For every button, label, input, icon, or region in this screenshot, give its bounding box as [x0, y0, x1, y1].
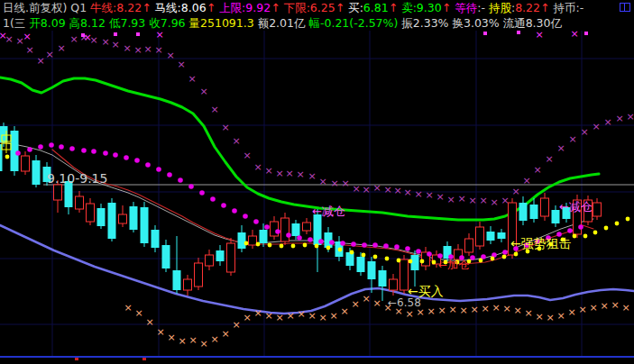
candle-up[interactable]: [227, 243, 235, 272]
info-segment: 量251091.3: [189, 16, 258, 30]
yellow-dot: [326, 246, 331, 250]
orange-x-mark: ×: [232, 319, 240, 331]
magenta-x-mark: ×: [210, 104, 218, 115]
candle-down[interactable]: [368, 261, 376, 279]
info-segment: ↑: [335, 1, 345, 14]
magenta-dot: [470, 255, 475, 260]
candle-up[interactable]: [593, 203, 602, 216]
candle-down[interactable]: [173, 270, 181, 290]
candle-up[interactable]: [184, 279, 192, 290]
orange-x-mark: ×: [199, 338, 207, 350]
info-segment: 持股: [485, 1, 511, 14]
magenta-dot: [69, 146, 75, 151]
candle-down[interactable]: [97, 208, 106, 226]
orange-x-mark: ×: [264, 310, 272, 322]
info-segment: 开8.09 高8.12 低7.93 收7.96: [29, 16, 188, 30]
candle-up[interactable]: [54, 185, 62, 200]
candle-down[interactable]: [130, 206, 138, 230]
candle-down[interactable]: [357, 257, 365, 272]
magenta-x-mark: ×: [154, 44, 162, 56]
candle-down[interactable]: [292, 223, 300, 236]
magenta-x-mark: ×: [57, 42, 65, 54]
candle-up[interactable]: [476, 227, 484, 246]
magenta-x-mark: ×: [330, 177, 338, 189]
candle-down[interactable]: [162, 245, 170, 268]
info-segment: 持币:-: [549, 1, 583, 14]
candle-down[interactable]: [141, 207, 149, 243]
candle-up[interactable]: [303, 223, 311, 231]
candle-up[interactable]: [206, 255, 214, 266]
orange-x-mark: ×: [188, 334, 197, 346]
candle-up[interactable]: [390, 279, 398, 290]
signal-square-mark: [517, 31, 520, 34]
magenta-x-mark: ×: [403, 187, 411, 198]
magenta-x-mark: ×: [568, 133, 576, 145]
magenta-x-mark: ×: [545, 153, 553, 165]
magenta-x-mark: ×: [425, 189, 433, 201]
candle-up[interactable]: [76, 196, 84, 209]
orange-x-mark: ×: [405, 308, 413, 320]
magenta-x-mark: ×: [221, 122, 229, 133]
info-segment: 买:: [345, 1, 363, 14]
orange-x-mark: ×: [210, 333, 218, 345]
orange-x-mark: ×: [459, 305, 467, 316]
magenta-x-mark: ×: [556, 142, 565, 154]
magenta-x-mark: ×: [199, 86, 207, 97]
info-segment: 振2.33% 换3.03% 流通8.30亿: [401, 16, 562, 30]
orange-x-mark: ×: [567, 306, 575, 318]
yellow-dot: [268, 243, 272, 248]
magenta-dot: [329, 240, 335, 245]
magenta-x-mark: ×: [318, 176, 326, 187]
info-segment: 额2.01亿: [258, 16, 309, 30]
orange-x-mark: ×: [481, 303, 489, 314]
magenta-dot: [308, 237, 313, 242]
candle-down[interactable]: [216, 250, 225, 261]
candle-down[interactable]: [487, 232, 495, 241]
magenta-dot: [27, 147, 32, 152]
candle-up[interactable]: [465, 239, 473, 252]
candle-up[interactable]: [87, 204, 95, 222]
magenta-dot: [437, 253, 443, 259]
magenta-dot: [124, 155, 129, 160]
chart-annotation: 9.10-9.15: [47, 171, 107, 186]
magenta-dot: [502, 250, 508, 255]
magenta-x-mark: ×: [603, 116, 611, 128]
signal-x-mark: ×: [535, 29, 543, 41]
info-segment: :-: [477, 1, 485, 14]
info-segment: ↑: [540, 1, 549, 14]
candle-down[interactable]: [108, 203, 116, 239]
orange-x-mark: ×: [308, 310, 316, 322]
candle-down[interactable]: [379, 270, 387, 287]
candle-down[interactable]: [152, 230, 160, 248]
chart-annotation: ←减仓: [559, 200, 593, 214]
candle-up[interactable]: [281, 218, 289, 241]
candle-up[interactable]: [119, 214, 127, 223]
candle-down[interactable]: [346, 252, 354, 266]
candle-up[interactable]: [249, 236, 257, 245]
orange-x-mark: ×: [513, 305, 521, 316]
candle-down[interactable]: [498, 232, 506, 239]
orange-x-mark: ×: [253, 307, 262, 319]
candle-down[interactable]: [530, 205, 538, 219]
yellow-dot: [573, 234, 577, 239]
magenta-dot: [297, 235, 302, 241]
candle-down[interactable]: [32, 160, 41, 185]
candle-down[interactable]: [519, 203, 528, 221]
magenta-dot: [49, 142, 54, 148]
orange-x-mark: ×: [275, 312, 283, 323]
candle-up[interactable]: [195, 263, 203, 287]
candlestick-chart[interactable]: ××××××××××××××××××××××××××××××××××××××××…: [0, 0, 634, 364]
yellow-dot: [514, 252, 519, 257]
magenta-dot: [383, 243, 389, 249]
orange-x-mark: ×: [524, 307, 532, 319]
candle-down[interactable]: [260, 230, 268, 243]
orange-x-mark: ×: [286, 310, 294, 322]
candle-up[interactable]: [541, 198, 549, 216]
window-icon[interactable]: [620, 3, 630, 12]
axis-tick: [142, 358, 146, 360]
magenta-x-mark: ×: [296, 168, 304, 180]
candle-down[interactable]: [238, 232, 246, 249]
yellow-dot: [420, 259, 425, 264]
candle-up[interactable]: [22, 156, 30, 171]
magenta-x-mark: ×: [615, 113, 623, 124]
